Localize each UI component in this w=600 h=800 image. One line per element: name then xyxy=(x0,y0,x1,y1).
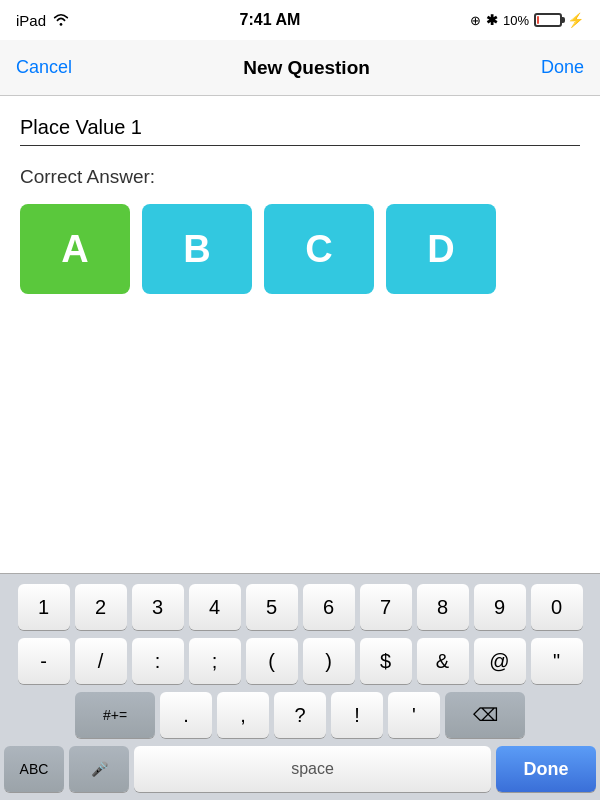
key-5[interactable]: 5 xyxy=(246,584,298,630)
key-2[interactable]: 2 xyxy=(75,584,127,630)
question-input-row xyxy=(20,116,580,146)
key-9[interactable]: 9 xyxy=(474,584,526,630)
status-time: 7:41 AM xyxy=(240,11,301,29)
backspace-icon: ⌫ xyxy=(473,704,498,726)
bluetooth-icon: ✱ xyxy=(486,12,498,28)
backspace-key[interactable]: ⌫ xyxy=(445,692,525,738)
key-abc[interactable]: ABC xyxy=(4,746,64,792)
answer-button-c[interactable]: C xyxy=(264,204,374,294)
battery-percent: 10% xyxy=(503,13,529,28)
wifi-icon xyxy=(52,12,70,29)
key-8[interactable]: 8 xyxy=(417,584,469,630)
key-7[interactable]: 7 xyxy=(360,584,412,630)
keyboard-row-bottom: ABC 🎤 space Done xyxy=(4,746,596,792)
key-apostrophe[interactable]: ' xyxy=(388,692,440,738)
key-done[interactable]: Done xyxy=(496,746,596,792)
key-4[interactable]: 4 xyxy=(189,584,241,630)
battery-icon xyxy=(534,13,562,27)
cancel-button[interactable]: Cancel xyxy=(16,57,72,78)
key-space[interactable]: space xyxy=(134,746,491,792)
key-6[interactable]: 6 xyxy=(303,584,355,630)
key-open-paren[interactable]: ( xyxy=(246,638,298,684)
carrier-label: iPad xyxy=(16,12,46,29)
correct-answer-label: Correct Answer: xyxy=(20,166,580,188)
keyboard: 1 2 3 4 5 6 7 8 9 0 - / : ; ( ) $ & @ " … xyxy=(0,573,600,800)
key-semicolon[interactable]: ; xyxy=(189,638,241,684)
nav-bar: Cancel New Question Done xyxy=(0,40,600,96)
status-bar: iPad 7:41 AM ⊕ ✱ 10% ⚡ xyxy=(0,0,600,40)
answer-button-b[interactable]: B xyxy=(142,204,252,294)
key-colon[interactable]: : xyxy=(132,638,184,684)
battery-container xyxy=(534,13,562,27)
done-nav-button[interactable]: Done xyxy=(541,57,584,78)
key-3[interactable]: 3 xyxy=(132,584,184,630)
nav-title: New Question xyxy=(243,57,370,79)
key-1[interactable]: 1 xyxy=(18,584,70,630)
key-dollar[interactable]: $ xyxy=(360,638,412,684)
keyboard-row-numbers: 1 2 3 4 5 6 7 8 9 0 xyxy=(4,584,596,630)
status-right: ⊕ ✱ 10% ⚡ xyxy=(470,12,584,28)
form-area: Correct Answer: A B C D xyxy=(0,96,600,294)
key-quote[interactable]: " xyxy=(531,638,583,684)
key-0[interactable]: 0 xyxy=(531,584,583,630)
key-period[interactable]: . xyxy=(160,692,212,738)
charging-icon: ⚡ xyxy=(567,12,584,28)
answer-button-d[interactable]: D xyxy=(386,204,496,294)
key-mic[interactable]: 🎤 xyxy=(69,746,129,792)
status-left: iPad xyxy=(16,12,70,29)
question-input[interactable] xyxy=(20,116,580,139)
key-hashplus[interactable]: #+= xyxy=(75,692,155,738)
key-minus[interactable]: - xyxy=(18,638,70,684)
battery-fill xyxy=(537,16,539,24)
key-at[interactable]: @ xyxy=(474,638,526,684)
key-ampersand[interactable]: & xyxy=(417,638,469,684)
keyboard-row-special: #+= . , ? ! ' ⌫ xyxy=(4,692,596,738)
location-icon: ⊕ xyxy=(470,13,481,28)
keyboard-row-symbols: - / : ; ( ) $ & @ " xyxy=(4,638,596,684)
key-exclamation[interactable]: ! xyxy=(331,692,383,738)
key-close-paren[interactable]: ) xyxy=(303,638,355,684)
mic-icon: 🎤 xyxy=(91,761,108,777)
key-slash[interactable]: / xyxy=(75,638,127,684)
answer-buttons: A B C D xyxy=(20,204,580,294)
key-question[interactable]: ? xyxy=(274,692,326,738)
key-comma[interactable]: , xyxy=(217,692,269,738)
answer-button-a[interactable]: A xyxy=(20,204,130,294)
